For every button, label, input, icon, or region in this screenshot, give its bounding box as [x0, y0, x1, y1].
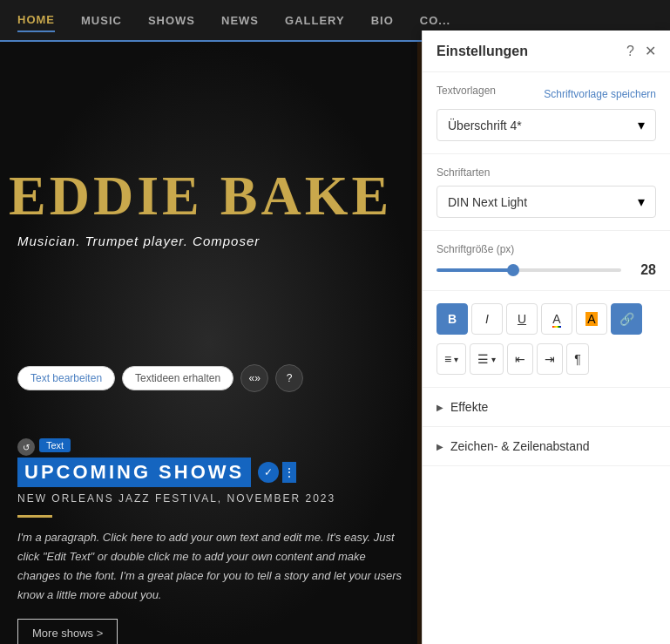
content-area: ↺ Text UPCOMING SHOWS ✓ ⋮ NEW ORLEANS JA…	[17, 438, 409, 644]
more-options-icon[interactable]: ⋮	[282, 462, 296, 483]
list-button[interactable]: ☰ ▾	[470, 343, 504, 375]
panel-help-icon[interactable]: ?	[626, 44, 634, 59]
more-shows-button[interactable]: More shows >	[17, 619, 118, 644]
panel-close-icon[interactable]: ✕	[645, 43, 656, 59]
nav-item-news[interactable]: NEWS	[221, 10, 259, 31]
textvorlagen-chevron: ▾	[638, 117, 645, 133]
alignment-buttons-row: ≡ ▾ ☰ ▾ ⇤ ⇥ ¶	[437, 343, 656, 375]
list-icon: ☰	[477, 352, 489, 366]
text-label: Text	[39, 438, 71, 452]
nav-item-shows[interactable]: SHOWS	[148, 10, 195, 31]
text-align-button[interactable]: ≡ ▾	[437, 343, 466, 375]
hero-title: EDDIE BAKE	[9, 164, 392, 228]
divider	[17, 515, 52, 518]
save-template-link[interactable]: Schriftvorlage speichern	[544, 88, 656, 100]
effekte-section[interactable]: ▶ Effekte	[423, 388, 670, 427]
font-size-section: Schriftgröße (px) 28	[423, 231, 670, 291]
indent-decrease-icon: ⇤	[515, 352, 525, 366]
panel-header: Einstellungen ? ✕	[423, 31, 670, 72]
bold-button[interactable]: B	[437, 303, 468, 335]
list-chevron: ▾	[491, 355, 496, 364]
schriftarten-chevron: ▾	[638, 193, 645, 210]
title-action-icons: ✓ ⋮	[258, 462, 296, 483]
upcoming-shows-heading[interactable]: UPCOMING SHOWS	[17, 458, 251, 487]
settings-panel: Einstellungen ? ✕ Textvorlagen Schriftvo…	[422, 31, 670, 644]
text-ideas-button[interactable]: Textideen erhalten	[122, 366, 233, 390]
format-buttons-row: B I U A A 🔗	[437, 303, 656, 335]
paragraph-text[interactable]: I'm a paragraph. Click here to add your …	[17, 528, 409, 605]
schriftarten-value: DIN Next Light	[448, 195, 527, 209]
effekte-title: Effekte	[450, 400, 488, 414]
spacing-section[interactable]: ▶ Zeichen- & Zeilenabstand	[423, 427, 670, 466]
font-size-slider-container	[437, 268, 621, 272]
indent-increase-button[interactable]: ⇥	[537, 343, 563, 375]
spacing-arrow: ▶	[437, 442, 443, 451]
textvorlagen-section: Textvorlagen Schriftvorlage speichern Üb…	[423, 72, 670, 154]
back-forward-button[interactable]: «»	[240, 364, 268, 392]
paragraph-button[interactable]: ¶	[566, 343, 589, 375]
hero-section: EDDIE BAKE Musician. Trumpet player. Com…	[0, 42, 418, 644]
schriftarten-label: Schriftarten	[437, 166, 656, 179]
schriftarten-section: Schriftarten DIN Next Light ▾	[423, 154, 670, 231]
schriftarten-dropdown[interactable]: DIN Next Light ▾	[437, 186, 656, 218]
edit-toolbar: Text bearbeiten Textideen erhalten «» ?	[17, 364, 303, 392]
nav-item-bio[interactable]: BIO	[371, 10, 394, 31]
align-chevron: ▾	[454, 355, 458, 364]
font-size-label: Schriftgröße (px)	[437, 243, 656, 255]
edit-text-button[interactable]: Text bearbeiten	[17, 366, 115, 390]
text-label-row: ↺ Text	[17, 438, 409, 456]
align-icon: ≡	[444, 352, 451, 366]
textvorlagen-dropdown[interactable]: Überschrift 4* ▾	[437, 109, 656, 141]
nav-item-home[interactable]: HOME	[17, 9, 55, 32]
panel-title: Einstellungen	[437, 44, 528, 59]
template-header-row: Textvorlagen Schriftvorlage speichern	[437, 85, 656, 104]
underline-button[interactable]: U	[506, 303, 538, 335]
indent-decrease-button[interactable]: ⇤	[507, 343, 533, 375]
panel-header-icons: ? ✕	[626, 43, 656, 59]
festival-text: NEW ORLEANS JAZZ FESTIVAL, NOVEMBER 2023	[17, 492, 409, 505]
font-size-slider-thumb[interactable]	[507, 264, 519, 276]
nav-item-contact[interactable]: CO...	[420, 10, 450, 31]
textvorlagen-label: Textvorlagen	[437, 85, 496, 97]
spacing-title: Zeichen- & Zeilenabstand	[450, 439, 590, 453]
font-size-row: 28	[437, 262, 656, 278]
link-button[interactable]: 🔗	[611, 303, 642, 335]
effekte-arrow: ▶	[437, 403, 443, 412]
help-button[interactable]: ?	[275, 364, 303, 392]
confirm-icon[interactable]: ✓	[258, 462, 279, 483]
hero-subtitle: Musician. Trumpet player. Composer	[17, 234, 260, 248]
indent-increase-icon: ⇥	[545, 352, 555, 366]
font-size-slider-track	[437, 268, 621, 272]
font-size-value: 28	[630, 262, 656, 278]
format-buttons-section: B I U A A 🔗 ≡ ▾ ☰ ▾	[423, 291, 670, 388]
upcoming-title-row: UPCOMING SHOWS ✓ ⋮	[17, 458, 409, 487]
text-color-button[interactable]: A	[541, 303, 572, 335]
nav-item-gallery[interactable]: GALLERY	[285, 10, 345, 31]
nav-item-music[interactable]: MUSIC	[81, 10, 122, 31]
paragraph-icon: ¶	[574, 352, 581, 366]
italic-button[interactable]: I	[471, 303, 503, 335]
text-highlight-button[interactable]: A	[576, 303, 607, 335]
undo-icon[interactable]: ↺	[17, 438, 35, 456]
textvorlagen-value: Überschrift 4*	[448, 119, 522, 132]
